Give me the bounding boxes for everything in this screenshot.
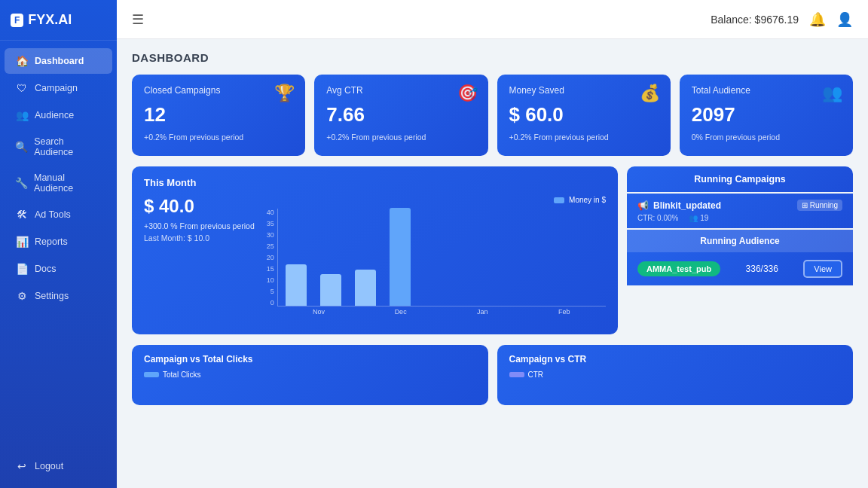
view-button[interactable]: View <box>803 260 842 278</box>
campaign-count: 19 <box>700 214 708 222</box>
sidebar-nav: 🏠Dashboard🛡Campaign👥Audience🔍Search Audi… <box>0 41 117 452</box>
campaign-meta: CTR: 0.00% 👥 19 <box>637 214 842 222</box>
hamburger-icon[interactable]: ☰ <box>132 11 144 28</box>
bar-Dec <box>320 274 341 306</box>
ad-tools-icon: 🛠 <box>15 209 29 221</box>
y-label: 30 <box>267 231 274 239</box>
logout-label: Logout <box>35 461 63 471</box>
page-title: DASHBOARD <box>132 51 853 64</box>
stat-icon-0: 🏆 <box>274 84 295 103</box>
settings-icon: ⚙ <box>15 290 29 302</box>
ad-tools-label: Ad Tools <box>35 209 71 220</box>
sidebar-item-reports[interactable]: 📊Reports <box>5 229 112 255</box>
stat-change-2: +0.2% From previous period <box>509 133 659 142</box>
y-label: 40 <box>267 209 274 216</box>
bottom-charts-row: Campaign vs Total Clicks Total Clicks Ca… <box>132 345 853 405</box>
topbar: ☰ Balance: $9676.19 🔔 👤 <box>117 0 868 39</box>
campaign-icon: 🛡 <box>15 82 29 94</box>
mini-chart-0: Campaign vs Total Clicks Total Clicks <box>132 345 488 405</box>
audience-icon: 👥 <box>15 109 29 121</box>
sidebar-item-dashboard[interactable]: 🏠Dashboard <box>5 48 112 74</box>
y-label: 15 <box>267 265 274 273</box>
stat-title-1: Avg CTR <box>326 85 475 96</box>
main-area: ☰ Balance: $9676.19 🔔 👤 DASHBOARD Closed… <box>117 0 868 488</box>
audience-count: 336/336 <box>746 264 778 274</box>
manual-audience-label: Manual Audience <box>34 172 102 194</box>
stat-title-3: Total Audience <box>692 85 841 96</box>
user-icon[interactable]: 👤 <box>836 11 853 28</box>
people-icon: 👥 <box>689 214 698 222</box>
sidebar-item-search-audience[interactable]: 🔍Search Audience <box>5 130 112 164</box>
sidebar-item-ad-tools[interactable]: 🛠Ad Tools <box>5 202 112 227</box>
this-month-title: This Month <box>144 177 606 188</box>
stat-card-3: Total Audience 2097 0% From previous per… <box>680 75 853 156</box>
stat-change-0: +0.2% From previous period <box>144 133 293 142</box>
campaign-item: 📢 Blinkit_updated ⊞ Running CTR: 0.00% 👥… <box>627 194 853 228</box>
stat-value-0: 12 <box>144 103 293 127</box>
stat-title-2: Money Saved <box>509 85 659 96</box>
search-audience-label: Search Audience <box>34 136 102 157</box>
stat-card-2: Money Saved $ 60.0 +0.2% From previous p… <box>497 75 671 156</box>
notification-icon[interactable]: 🔔 <box>809 11 826 28</box>
reports-icon: 📊 <box>15 236 29 248</box>
campaign-speaker-icon: 📢 <box>637 200 649 211</box>
sidebar-item-docs[interactable]: 📄Docs <box>5 256 112 282</box>
audience-tag: AMMA_test_pub <box>637 261 720 276</box>
search-audience-icon: 🔍 <box>15 141 28 153</box>
content-area: DASHBOARD Closed Campaigns 12 +0.2% From… <box>117 39 868 488</box>
logout-button[interactable]: ↩ Logout <box>5 453 112 479</box>
bar-Nov <box>286 264 307 306</box>
logo-box: F <box>11 14 23 27</box>
chart-container: 4035302520151050 NovDecJanFeb <box>267 209 606 314</box>
legend-label: Money in $ <box>569 196 606 204</box>
mini-legend-label-1: CTR <box>528 371 544 379</box>
sidebar-item-manual-audience[interactable]: 🔧Manual Audience <box>5 166 112 200</box>
campaign-ctr: CTR: 0.00% <box>637 214 678 222</box>
y-label: 0 <box>267 299 274 307</box>
chart-legend: Money in $ <box>267 196 606 204</box>
campaign-name-label: Blinkit_updated <box>653 200 721 211</box>
this-month-left: $ 40.0 +300.0 % From previous period Las… <box>144 196 255 324</box>
dashboard-label: Dashboard <box>35 56 84 66</box>
mini-chart-1: Campaign vs CTR CTR <box>497 345 854 405</box>
mini-legend-1: CTR <box>509 371 842 379</box>
docs-label: Docs <box>35 264 56 274</box>
campaign-item-top: 📢 Blinkit_updated ⊞ Running <box>637 200 842 211</box>
reports-label: Reports <box>35 236 68 247</box>
running-audience-header: Running Audience <box>627 230 853 252</box>
x-label-Jan: Jan <box>448 308 517 316</box>
stat-value-3: 2097 <box>692 103 841 127</box>
mini-legend-0: Total Clicks <box>144 371 476 379</box>
this-month-change: +300.0 % From previous period <box>144 221 255 230</box>
stat-change-3: 0% From previous period <box>692 133 841 142</box>
sidebar-item-settings[interactable]: ⚙Settings <box>5 283 112 309</box>
y-label: 35 <box>267 220 274 227</box>
y-label: 5 <box>267 288 274 295</box>
campaign-count-group: 👥 19 <box>689 214 708 222</box>
running-campaigns-header: Running Campaigns <box>627 166 853 192</box>
stat-icon-3: 👥 <box>822 84 842 103</box>
x-label-Feb: Feb <box>530 308 598 316</box>
y-label: 20 <box>267 254 274 261</box>
bar-Jan <box>355 270 376 306</box>
middle-row: This Month $ 40.0 +300.0 % From previous… <box>132 166 853 334</box>
x-label-Nov: Nov <box>285 308 353 316</box>
stat-value-2: $ 60.0 <box>509 103 659 127</box>
mini-legend-box-0 <box>144 372 159 377</box>
this-month-value: $ 40.0 <box>144 196 255 217</box>
legend-box <box>554 197 564 203</box>
campaign-label: Campaign <box>35 83 78 93</box>
this-month-last: Last Month: $ 10.0 <box>144 233 255 242</box>
campaign-name-group: 📢 Blinkit_updated <box>637 200 721 211</box>
topbar-right: Balance: $9676.19 🔔 👤 <box>711 11 853 28</box>
sidebar-item-audience[interactable]: 👥Audience <box>5 102 112 128</box>
stat-icon-2: 💰 <box>640 84 660 103</box>
stat-icon-1: 🎯 <box>457 84 478 103</box>
sidebar-item-campaign[interactable]: 🛡Campaign <box>5 75 112 101</box>
logo: F FYX.AI <box>0 0 117 41</box>
settings-label: Settings <box>35 291 69 301</box>
sidebar: F FYX.AI 🏠Dashboard🛡Campaign👥Audience🔍Se… <box>0 0 117 488</box>
stat-card-1: Avg CTR 7.66 +0.2% From previous period … <box>314 75 487 156</box>
y-label: 10 <box>267 276 274 284</box>
x-labels: NovDecJanFeb <box>277 307 606 316</box>
